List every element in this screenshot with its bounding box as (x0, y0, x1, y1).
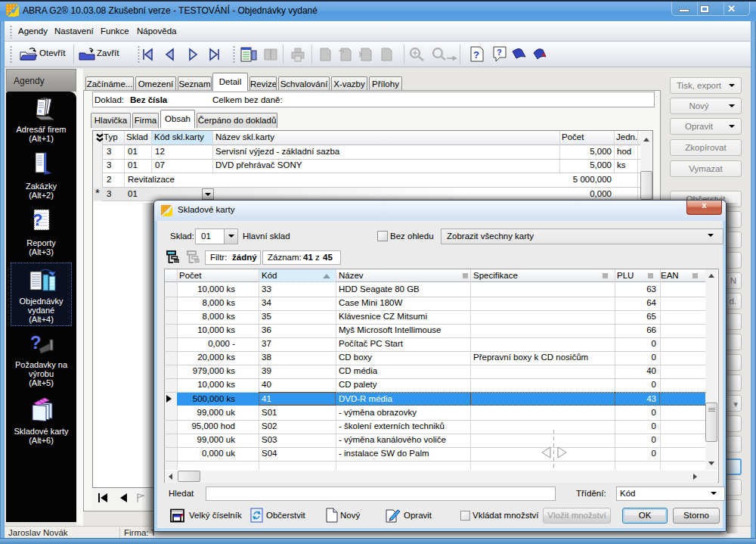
svg-text:?: ? (497, 48, 502, 57)
svg-text:?: ? (33, 210, 42, 229)
svg-text:?: ? (473, 49, 479, 61)
